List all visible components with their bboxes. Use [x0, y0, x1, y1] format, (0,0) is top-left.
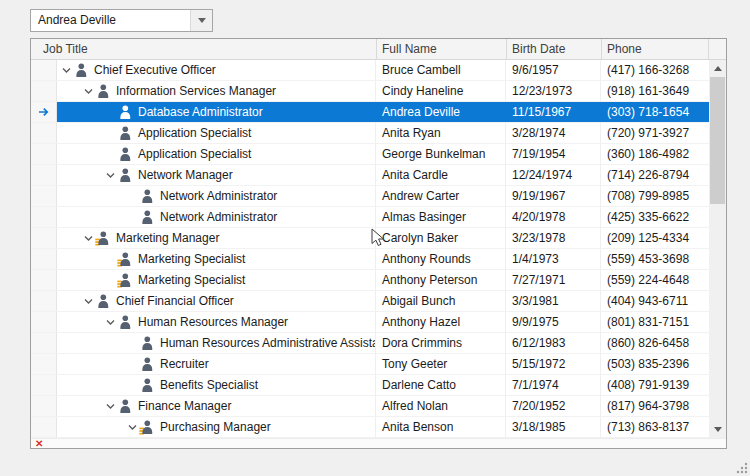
- tree-row[interactable]: Finance Manager Alfred Nolan 7/20/1952 (…: [31, 396, 709, 417]
- column-separator[interactable]: [506, 39, 507, 59]
- collapse-button[interactable]: [103, 403, 117, 410]
- phone-cell[interactable]: (503) 835-2396: [601, 354, 709, 374]
- phone-cell[interactable]: (817) 964-3798: [601, 396, 709, 416]
- job-title-cell[interactable]: Marketing Manager: [57, 228, 376, 248]
- full-name-cell[interactable]: Darlene Catto: [376, 375, 506, 395]
- tree-row[interactable]: Human Resources Administrative Assistant…: [31, 333, 709, 354]
- job-title-cell[interactable]: Information Services Manager: [57, 81, 376, 101]
- full-name-cell[interactable]: Anthony Rounds: [376, 249, 506, 269]
- full-name-cell[interactable]: Almas Basinger: [376, 207, 506, 227]
- resize-grip[interactable]: [735, 461, 748, 474]
- job-title-cell[interactable]: Recruiter: [57, 354, 376, 374]
- job-title-cell[interactable]: Purchasing Manager: [57, 417, 376, 437]
- tree-row[interactable]: Benefits Specialist Darlene Catto 7/1/19…: [31, 375, 709, 396]
- phone-cell[interactable]: (801) 831-7151: [601, 312, 709, 332]
- phone-cell[interactable]: (860) 826-6458: [601, 333, 709, 353]
- birth-date-cell[interactable]: 5/15/1972: [506, 354, 601, 374]
- full-name-cell[interactable]: Abigail Bunch: [376, 291, 506, 311]
- tree-row[interactable]: Database Administrator Andrea Deville 11…: [31, 102, 709, 123]
- full-name-cell[interactable]: Anthony Peterson: [376, 270, 506, 290]
- birth-date-cell[interactable]: 11/15/1967: [506, 102, 601, 122]
- birth-date-cell[interactable]: 9/9/1975: [506, 312, 601, 332]
- tree-row[interactable]: Marketing Specialist Anthony Peterson 7/…: [31, 270, 709, 291]
- column-header-phone[interactable]: Phone: [607, 39, 642, 59]
- birth-date-cell[interactable]: 7/27/1971: [506, 270, 601, 290]
- full-name-cell[interactable]: Anthony Hazel: [376, 312, 506, 332]
- column-separator[interactable]: [376, 39, 377, 59]
- scroll-up-button[interactable]: [709, 60, 726, 77]
- column-separator[interactable]: [601, 39, 602, 59]
- birth-date-cell[interactable]: 4/20/1978: [506, 207, 601, 227]
- job-title-cell[interactable]: Application Specialist: [57, 144, 376, 164]
- tree-row[interactable]: Network Administrator Andrew Carter 9/19…: [31, 186, 709, 207]
- job-title-cell[interactable]: Network Administrator: [57, 186, 376, 206]
- tree-row[interactable]: Marketing Manager Carolyn Baker 3/23/197…: [31, 228, 709, 249]
- column-header-full-name[interactable]: Full Name: [382, 39, 437, 59]
- birth-date-cell[interactable]: 3/18/1985: [506, 417, 601, 437]
- tree-row[interactable]: Chief Financial Officer Abigail Bunch 3/…: [31, 291, 709, 312]
- tree-row[interactable]: Human Resources Manager Anthony Hazel 9/…: [31, 312, 709, 333]
- tree-row[interactable]: Network Administrator Almas Basinger 4/2…: [31, 207, 709, 228]
- column-header-job-title[interactable]: Job Title: [43, 39, 88, 59]
- tree-row[interactable]: Network Manager Anita Cardle 12/24/1974 …: [31, 165, 709, 186]
- full-name-cell[interactable]: Bruce Cambell: [376, 60, 506, 80]
- full-name-cell[interactable]: Andrea Deville: [376, 102, 506, 122]
- job-title-cell[interactable]: Chief Executive Officer: [57, 60, 376, 80]
- combobox-value[interactable]: Andrea Deville: [31, 10, 190, 31]
- full-name-cell[interactable]: George Bunkelman: [376, 144, 506, 164]
- full-name-cell[interactable]: Anita Cardle: [376, 165, 506, 185]
- phone-cell[interactable]: (360) 186-4982: [601, 144, 709, 164]
- full-name-cell[interactable]: Andrew Carter: [376, 186, 506, 206]
- birth-date-cell[interactable]: 3/3/1981: [506, 291, 601, 311]
- full-name-cell[interactable]: Dora Crimmins: [376, 333, 506, 353]
- birth-date-cell[interactable]: 7/19/1954: [506, 144, 601, 164]
- full-name-cell[interactable]: Alfred Nolan: [376, 396, 506, 416]
- phone-cell[interactable]: (425) 335-6622: [601, 207, 709, 227]
- birth-date-cell[interactable]: 9/19/1967: [506, 186, 601, 206]
- job-title-cell[interactable]: Marketing Specialist: [57, 270, 376, 290]
- vertical-scrollbar[interactable]: [709, 60, 726, 438]
- phone-cell[interactable]: (713) 863-8137: [601, 417, 709, 437]
- phone-cell[interactable]: (404) 943-6711: [601, 291, 709, 311]
- phone-cell[interactable]: (714) 226-8794: [601, 165, 709, 185]
- collapse-button[interactable]: [103, 172, 117, 179]
- birth-date-cell[interactable]: 12/24/1974: [506, 165, 601, 185]
- collapse-button[interactable]: [59, 67, 73, 74]
- job-title-cell[interactable]: Marketing Specialist: [57, 249, 376, 269]
- scroll-down-button[interactable]: [709, 421, 726, 438]
- collapse-button[interactable]: [125, 424, 139, 431]
- collapse-button[interactable]: [81, 88, 95, 95]
- birth-date-cell[interactable]: 3/23/1978: [506, 228, 601, 248]
- birth-date-cell[interactable]: 7/20/1952: [506, 396, 601, 416]
- job-title-cell[interactable]: Network Administrator: [57, 207, 376, 227]
- birth-date-cell[interactable]: 9/6/1957: [506, 60, 601, 80]
- tree-row[interactable]: Information Services Manager Cindy Hanel…: [31, 81, 709, 102]
- job-title-cell[interactable]: Network Manager: [57, 165, 376, 185]
- full-name-cell[interactable]: Anita Ryan: [376, 123, 506, 143]
- phone-cell[interactable]: (559) 224-4648: [601, 270, 709, 290]
- tree-row[interactable]: Marketing Specialist Anthony Rounds 1/4/…: [31, 249, 709, 270]
- job-title-cell[interactable]: Chief Financial Officer: [57, 291, 376, 311]
- phone-cell[interactable]: (559) 453-3698: [601, 249, 709, 269]
- phone-cell[interactable]: (209) 125-4334: [601, 228, 709, 248]
- full-name-cell[interactable]: Carolyn Baker: [376, 228, 506, 248]
- phone-cell[interactable]: (417) 166-3268: [601, 60, 709, 80]
- tree-row[interactable]: Application Specialist Anita Ryan 3/28/1…: [31, 123, 709, 144]
- job-title-cell[interactable]: Database Administrator: [57, 102, 376, 122]
- column-header-birth-date[interactable]: Birth Date: [512, 39, 565, 59]
- phone-cell[interactable]: (408) 791-9139: [601, 375, 709, 395]
- collapse-button[interactable]: [81, 298, 95, 305]
- job-title-cell[interactable]: Human Resources Administrative Assistant: [57, 333, 376, 353]
- birth-date-cell[interactable]: 7/1/1974: [506, 375, 601, 395]
- tree-row[interactable]: Application Specialist George Bunkelman …: [31, 144, 709, 165]
- birth-date-cell[interactable]: 6/12/1983: [506, 333, 601, 353]
- phone-cell[interactable]: (720) 971-3927: [601, 123, 709, 143]
- tree-row[interactable]: Recruiter Tony Geeter 5/15/1972 (503) 83…: [31, 354, 709, 375]
- birth-date-cell[interactable]: 1/4/1973: [506, 249, 601, 269]
- collapse-button[interactable]: [103, 319, 117, 326]
- phone-cell[interactable]: (708) 799-8985: [601, 186, 709, 206]
- collapse-button[interactable]: [81, 235, 95, 242]
- full-name-cell[interactable]: Anita Benson: [376, 417, 506, 437]
- tree-row[interactable]: Purchasing Manager Anita Benson 3/18/198…: [31, 417, 709, 438]
- birth-date-cell[interactable]: 3/28/1974: [506, 123, 601, 143]
